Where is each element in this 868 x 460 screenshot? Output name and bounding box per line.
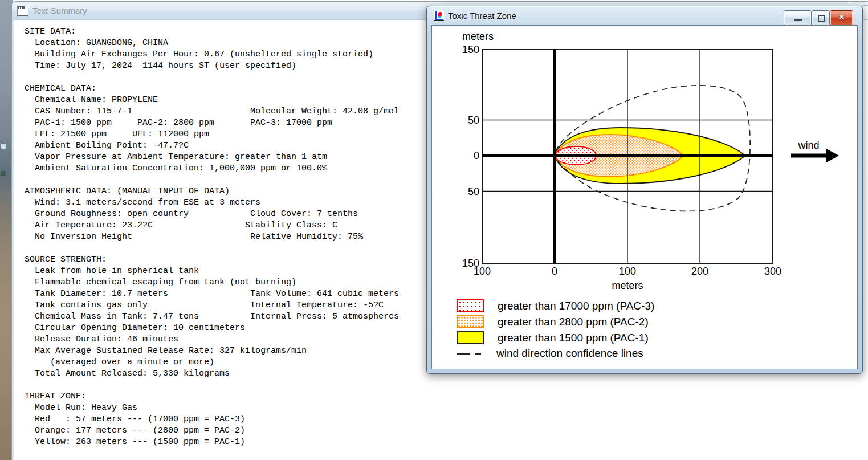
dashed-line-icon (457, 353, 484, 355)
legend-item-pac2: greater than 2800 ppm (PAC-2) (457, 315, 649, 328)
screen: { "text_summary_window": { "title": "Tex… (0, 0, 868, 460)
threat-zone-chart: meters 150 50 0 50 150 (432, 26, 857, 294)
pac3-swatch (457, 299, 484, 312)
y-tick-0: 0 (474, 150, 479, 161)
maximize-button[interactable] (812, 10, 830, 26)
pac3-label: greater than 17000 ppm (PAC-3) (498, 300, 654, 312)
threat-zone-plot-area: meters 150 50 0 50 150 (431, 25, 858, 369)
wind-arrow-shaft (791, 154, 828, 158)
legend-item-pac3: greater than 17000 ppm (PAC-3) (457, 299, 654, 312)
x-tick-300: 300 (764, 266, 781, 277)
y-tick-50-top: 50 (468, 115, 479, 126)
y-axis-unit-label: meters (462, 31, 494, 42)
close-button[interactable]: ✕ (830, 10, 853, 26)
x-axis-unit-label: meters (612, 280, 643, 291)
pac2-label: greater than 2800 ppm (PAC-2) (498, 316, 649, 328)
desktop-icon[interactable] (1, 171, 6, 176)
minimize-icon (794, 19, 802, 21)
minimize-button[interactable] (784, 10, 812, 26)
toxic-threat-zone-window: Toxic Threat Zone ✕ meters (426, 6, 863, 374)
text-summary-window-buttons[interactable] (863, 5, 868, 19)
desktop-icon[interactable] (1, 144, 6, 149)
legend-item-pac1: greater than 1500 ppm (PAC-1) (457, 331, 649, 344)
x-tick-neg100: 100 (474, 266, 491, 277)
toxic-threat-zone-title: Toxic Threat Zone (448, 11, 516, 21)
legend-item-confidence: wind direction confidence lines (457, 347, 643, 360)
x-tick-0: 0 (552, 266, 557, 277)
x-tick-100: 100 (619, 266, 636, 277)
desktop-background (0, 0, 13, 460)
maximize-icon (818, 15, 825, 22)
wind-arrow-head (826, 149, 839, 162)
wind-label: wind (797, 140, 819, 151)
y-tick-150-top: 150 (462, 44, 479, 55)
threat-zone-chart-icon (434, 11, 444, 21)
confidence-lines-label: wind direction confidence lines (496, 347, 643, 360)
text-summary-title: Text Summary (32, 6, 87, 15)
pac2-swatch (457, 315, 484, 328)
text-summary-icon (17, 6, 28, 15)
pac1-label: greater than 1500 ppm (PAC-1) (498, 332, 649, 344)
close-icon: ✕ (830, 13, 853, 22)
x-tick-200: 200 (691, 266, 708, 277)
pac1-swatch (457, 331, 484, 344)
y-tick-50-bot: 50 (468, 186, 479, 197)
